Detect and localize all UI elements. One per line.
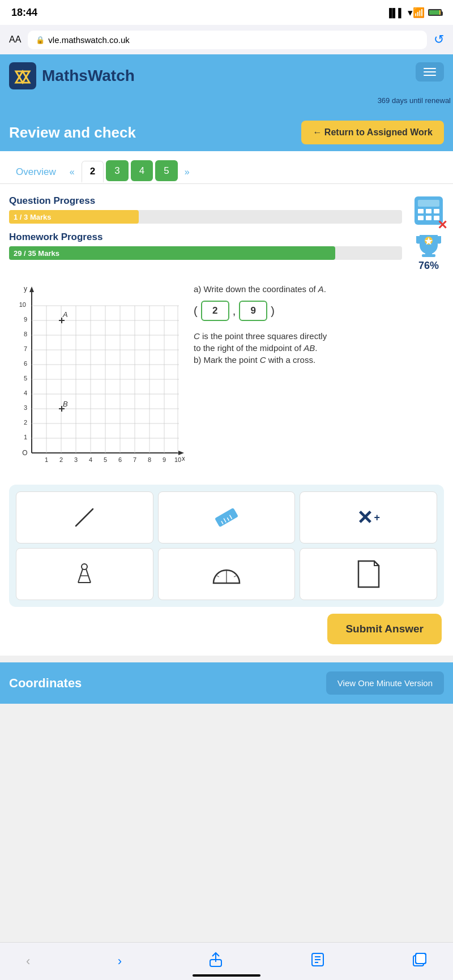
svg-line-81 [234, 576, 236, 577]
graph-question-area: O y x 1 2 3 4 5 6 7 [9, 283, 444, 476]
svg-text:1: 1 [45, 456, 48, 463]
signal-icon: ▐▌▌ [386, 8, 404, 18]
wifi-icon: ▾📶 [408, 7, 425, 19]
battery-icon [428, 9, 442, 16]
section-label: Coordinates [9, 676, 82, 691]
svg-text:O: O [22, 449, 27, 457]
cross-plus-icon: ✕+ [357, 506, 380, 529]
cross-tool-button[interactable]: ✕+ [300, 491, 437, 544]
answer-box-x[interactable]: 2 [201, 301, 229, 321]
tab-next-button[interactable]: » [180, 165, 194, 179]
svg-text:3: 3 [74, 456, 78, 463]
hamburger-button[interactable] [416, 62, 444, 82]
svg-rect-8 [426, 216, 431, 220]
trophy-icon [414, 233, 443, 260]
svg-text:4: 4 [89, 456, 92, 463]
svg-rect-10 [425, 250, 432, 254]
svg-text:A: A [62, 310, 68, 319]
compass-tool-icon [70, 560, 99, 588]
page-tool-icon [356, 560, 381, 588]
tab-prev-button[interactable]: « [65, 165, 79, 179]
compass-tool-button[interactable] [16, 548, 153, 600]
svg-rect-6 [434, 209, 439, 213]
homework-progress-bar: 29 / 35 Marks [9, 246, 402, 260]
coordinate-graph[interactable]: O y x 1 2 3 4 5 6 7 [9, 283, 185, 476]
tab-overview[interactable]: Overview [9, 162, 63, 182]
svg-text:7: 7 [133, 456, 136, 463]
svg-line-67 [76, 509, 93, 526]
tab-5[interactable]: 5 [155, 160, 177, 181]
review-title: Review and check [9, 124, 136, 142]
logo-area: MathsWatch [9, 62, 135, 89]
refresh-icon[interactable]: ↺ [434, 32, 444, 47]
logo-text: MathsWatch [42, 67, 135, 85]
tabs-container: Overview « 2 3 4 5 » [0, 151, 453, 184]
logo-icon [9, 62, 36, 89]
bookmarks-button[interactable] [307, 948, 328, 974]
url-bar[interactable]: 🔒 vle.mathswatch.co.uk [28, 31, 427, 49]
protractor-tool-button[interactable] [158, 548, 296, 600]
font-size-control[interactable]: AA [9, 35, 21, 45]
question-progress-bar: 1 / 3 Marks [9, 210, 402, 224]
svg-text:2: 2 [59, 456, 63, 463]
calculator-icon-area: ✕ [413, 195, 444, 228]
svg-text:8: 8 [148, 456, 151, 463]
svg-rect-3 [418, 200, 439, 207]
question-area: Question Progress 1 / 3 Marks Homework P… [0, 184, 453, 656]
submit-button[interactable]: Submit Answer [327, 614, 442, 644]
svg-marker-0 [16, 71, 29, 83]
ruler-tool-button[interactable] [158, 491, 296, 544]
svg-text:x: x [182, 455, 185, 463]
svg-marker-16 [29, 286, 34, 292]
tab-4[interactable]: 4 [131, 160, 153, 181]
svg-rect-7 [418, 216, 424, 220]
close-paren: ) [271, 305, 275, 318]
trophy-area: 76% [414, 233, 443, 272]
svg-marker-1 [16, 71, 29, 83]
svg-text:8: 8 [24, 331, 27, 337]
question-part-b: C is the point three squares directlyto … [194, 330, 444, 366]
graph-container[interactable]: O y x 1 2 3 4 5 6 7 [9, 283, 185, 476]
svg-point-73 [82, 564, 87, 570]
browser-bar: AA 🔒 vle.mathswatch.co.uk ↺ [0, 25, 453, 54]
svg-rect-5 [426, 209, 431, 213]
svg-text:5: 5 [104, 456, 107, 463]
svg-rect-4 [418, 209, 424, 213]
question-progress-value: 1 / 3 Marks [14, 213, 52, 221]
question-progress-fill: 1 / 3 Marks [9, 210, 139, 224]
svg-text:9: 9 [24, 316, 27, 323]
question-text-area: a) Write down the coordinates of A. ( 2 … [194, 283, 444, 371]
share-button[interactable] [206, 948, 226, 974]
bottom-section: Coordinates View One Minute Version [0, 662, 453, 704]
back-button[interactable]: ‹ [23, 951, 33, 972]
tab-3[interactable]: 3 [106, 160, 128, 181]
svg-rect-68 [215, 508, 238, 528]
svg-text:10: 10 [174, 456, 181, 463]
tab-2[interactable]: 2 [82, 161, 104, 183]
progress-right: ✕ 76% [413, 195, 444, 272]
site-header: MathsWatch 369 days until renewal [0, 54, 453, 114]
svg-text:6: 6 [24, 360, 27, 367]
view-one-minute-button[interactable]: View One Minute Version [326, 671, 444, 695]
answer-box-y[interactable]: 9 [239, 301, 267, 321]
page-tool-button[interactable] [300, 548, 437, 600]
lock-icon: 🔒 [36, 36, 45, 44]
svg-text:B: B [63, 400, 68, 408]
svg-text:7: 7 [24, 345, 27, 352]
svg-line-80 [217, 576, 219, 577]
svg-text:5: 5 [24, 375, 27, 382]
answer-row-a: ( 2 , 9 ) [194, 301, 444, 321]
svg-rect-11 [422, 254, 435, 257]
question-progress-label: Question Progress [9, 195, 402, 207]
calculator-x-mark: ✕ [437, 219, 447, 232]
status-time: 18:44 [11, 7, 37, 19]
return-button[interactable]: ← Return to Assigned Work [301, 121, 444, 144]
protractor-tool-icon [211, 563, 242, 585]
ruler-tool-icon [212, 503, 241, 532]
line-tool-button[interactable] [16, 491, 153, 544]
tools-grid: ✕+ [16, 491, 437, 600]
tabs-button[interactable] [409, 949, 430, 974]
svg-rect-88 [416, 953, 426, 964]
forward-button[interactable]: › [114, 951, 125, 972]
svg-text:y: y [24, 285, 27, 293]
